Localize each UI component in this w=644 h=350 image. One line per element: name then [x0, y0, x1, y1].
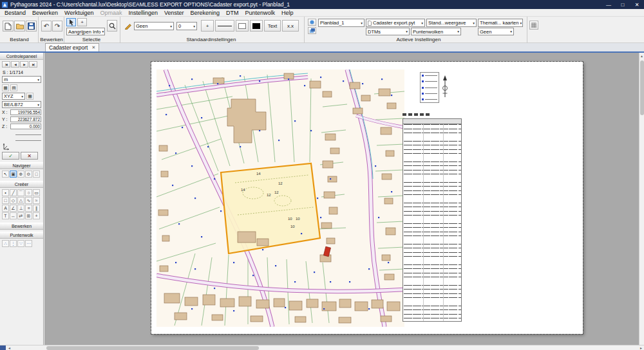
aangrijpen-dropdown[interactable]: Aangrijpen Info▾ [66, 28, 105, 35]
menu-item[interactable]: Puntenwolk [242, 10, 279, 16]
parallel-tool-icon[interactable]: ∥ [33, 205, 40, 212]
coord-grid-icon[interactable]: ▦ [26, 93, 33, 100]
triangle-tool-icon[interactable]: △ [17, 197, 24, 204]
pointcloud-select-icon[interactable]: ∴ [2, 240, 9, 247]
hatch-tool-icon[interactable]: ≡ [25, 205, 32, 212]
add-tool-icon[interactable]: + [33, 212, 40, 219]
grid-tool-icon[interactable]: ⊞ [25, 212, 32, 219]
open-file-button[interactable] [14, 21, 25, 32]
menu-item[interactable]: Venster [161, 10, 187, 16]
crs-dropdown[interactable]: BE/LB72▾ [2, 101, 41, 108]
scroll-up-icon[interactable]: ▲ [639, 53, 644, 59]
menu-item[interactable]: Werktuigen [61, 10, 97, 16]
text-tool-icon[interactable]: A [2, 205, 9, 212]
section-puntenwolk[interactable]: Puntenwolk [0, 232, 43, 239]
apply-button[interactable]: ✓ [2, 152, 19, 160]
x-coordinate-field[interactable]: 199796.554 [10, 109, 41, 115]
size-dropdown[interactable]: 0▾ [176, 22, 197, 30]
label-tool-icon[interactable]: T [2, 212, 9, 219]
vertical-scrollbar[interactable]: ▲ [639, 53, 644, 345]
menu-item[interactable]: Instellingen [125, 10, 161, 16]
rectangle-tool-icon[interactable]: ▭ [33, 189, 40, 196]
line-tool-icon[interactable]: ╱ [10, 189, 17, 196]
maximize-button[interactable]: □ [616, 0, 630, 9]
prev-page-icon[interactable]: ◀ [11, 61, 19, 68]
horizontal-scroll-thumb[interactable] [46, 346, 259, 350]
redo-button[interactable]: ↷ [52, 21, 62, 32]
thematische-kaarten-dropdown[interactable]: Themati... kaarten▾ [478, 19, 523, 27]
section-creeer[interactable]: Creëer [0, 181, 43, 188]
spline-tool-icon[interactable]: ∿ [25, 197, 32, 204]
first-page-icon[interactable]: |◀ [2, 61, 10, 68]
coordinate-table[interactable] [402, 118, 462, 322]
point-style-button[interactable]: + [201, 20, 214, 32]
tab-cadaster-export[interactable]: Cadaster export ✕ [45, 43, 99, 51]
square-tool-icon[interactable]: □ [2, 197, 9, 204]
select-tool-icon[interactable]: ↖ [2, 170, 9, 178]
zoom-selection-button[interactable] [107, 20, 117, 32]
menu-item[interactable]: Bewerken [29, 10, 61, 16]
point-tool-icon[interactable]: • [2, 189, 9, 196]
plan-sheet[interactable]: 1414121212101010 [151, 62, 583, 334]
grid-toggle-icon[interactable]: ▦ [2, 84, 9, 91]
arc-tool-icon[interactable]: ⌒ [17, 189, 24, 196]
select-mode-button[interactable] [66, 18, 76, 26]
zoom-window-tool-icon[interactable]: ▣ [10, 170, 17, 178]
zoom-extents-tool-icon[interactable]: □ [33, 170, 40, 178]
coord-mode-dropdown[interactable]: XYZ▾ [2, 93, 25, 100]
grid-settings-button[interactable] [529, 21, 538, 30]
pointcloud-more-icon[interactable]: ⋯ [25, 240, 32, 247]
geen-dropdown[interactable]: Geen▾ [478, 28, 514, 35]
highlighted-parcel[interactable] [221, 163, 320, 253]
new-file-button[interactable] [3, 21, 14, 32]
fill-black-button[interactable] [250, 20, 263, 32]
undo-button[interactable]: ↶ [41, 21, 52, 32]
coordinate-display-button[interactable]: x.x [282, 20, 299, 32]
z-coordinate-field[interactable]: 0.000 [10, 124, 41, 129]
scroll-right-icon[interactable]: ► [638, 345, 644, 350]
close-button[interactable]: ✕ [630, 0, 644, 9]
document-dropdown[interactable]: Cadaster export.pyt▾ [366, 19, 425, 27]
vertical-scroll-thumb[interactable] [640, 60, 644, 115]
y-coordinate-field[interactable]: 223627.872 [10, 116, 41, 122]
planblad-dropdown[interactable]: Planblad_1▾ [318, 19, 365, 27]
active-layer-button[interactable] [308, 27, 316, 34]
menu-item[interactable]: DTM [223, 10, 242, 16]
menu-item[interactable]: Berekening [187, 10, 223, 16]
active-sheet-button[interactable] [308, 19, 316, 26]
section-navigeer[interactable]: Navigeer [0, 162, 43, 169]
line-style-button[interactable] [215, 20, 234, 32]
menu-item[interactable]: Bestand [1, 10, 29, 16]
tab-close-icon[interactable]: ✕ [91, 45, 95, 50]
circle-tool-icon[interactable]: ○ [25, 189, 32, 196]
save-button[interactable] [26, 21, 37, 32]
perpendicular-tool-icon[interactable]: ⊥ [17, 205, 24, 212]
snap-mode-button[interactable]: + [77, 18, 87, 26]
pointcloud-filter-icon[interactable]: ∵ [17, 240, 24, 247]
dtm-dropdown[interactable]: DTMs▾ [366, 28, 410, 35]
zoom-in-tool-icon[interactable]: ⊕ [17, 170, 24, 178]
horizontal-scrollbar[interactable]: ◄ ► [0, 345, 644, 350]
section-bewerken[interactable]: Bewerken [0, 223, 43, 230]
menu-item[interactable]: Help [278, 10, 297, 16]
zoom-out-tool-icon[interactable]: ⊖ [25, 170, 32, 178]
pointcloud-slice-icon[interactable]: ⋮ [10, 240, 17, 247]
last-page-icon[interactable]: ▶| [29, 61, 37, 68]
weergave-dropdown[interactable]: Stand...weergave▾ [426, 19, 477, 27]
table-view-icon[interactable]: ▤ [10, 84, 17, 91]
fill-white-button[interactable] [236, 20, 249, 32]
text-style-button[interactable]: Text [264, 20, 281, 32]
move-tool-icon[interactable]: ↔ [10, 212, 17, 219]
pen-dropdown[interactable]: Geen▾ [134, 22, 174, 30]
puntenwolken-dropdown[interactable]: Puntenwolken▾ [411, 28, 461, 35]
next-page-icon[interactable]: ▶ [20, 61, 28, 68]
distance-field[interactable] [15, 131, 41, 135]
minimize-button[interactable]: — [601, 0, 616, 9]
angle-field[interactable] [15, 136, 41, 141]
swap-tool-icon[interactable]: ⇄ [17, 212, 24, 219]
unit-dropdown[interactable]: m▾ [2, 76, 41, 83]
map-svg[interactable]: 1414121212101010 [156, 69, 404, 327]
angle-tool-icon[interactable]: ∠ [10, 205, 17, 212]
cancel-button[interactable]: ✕ [21, 152, 38, 160]
drawing-canvas[interactable]: 1414121212101010 [44, 53, 639, 345]
